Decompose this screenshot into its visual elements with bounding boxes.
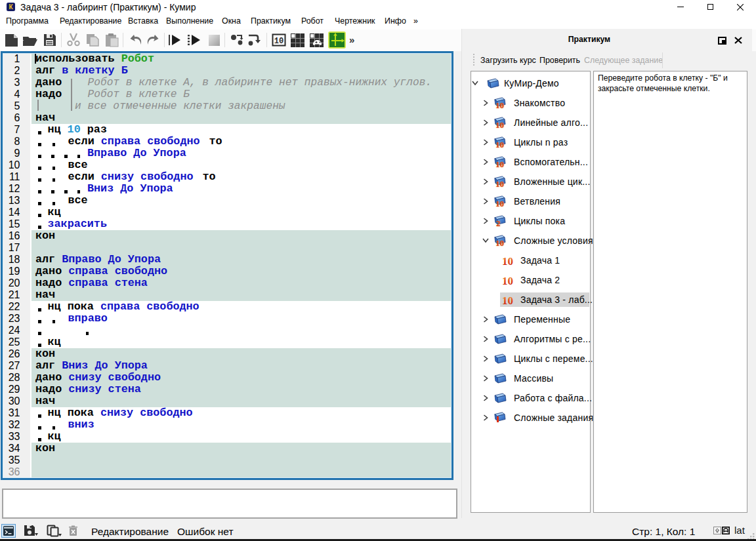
svg-text:10: 10 — [502, 275, 513, 286]
svg-text:10: 10 — [502, 256, 513, 266]
svg-text:10: 10 — [502, 295, 513, 306]
svg-text:10: 10 — [274, 37, 284, 46]
